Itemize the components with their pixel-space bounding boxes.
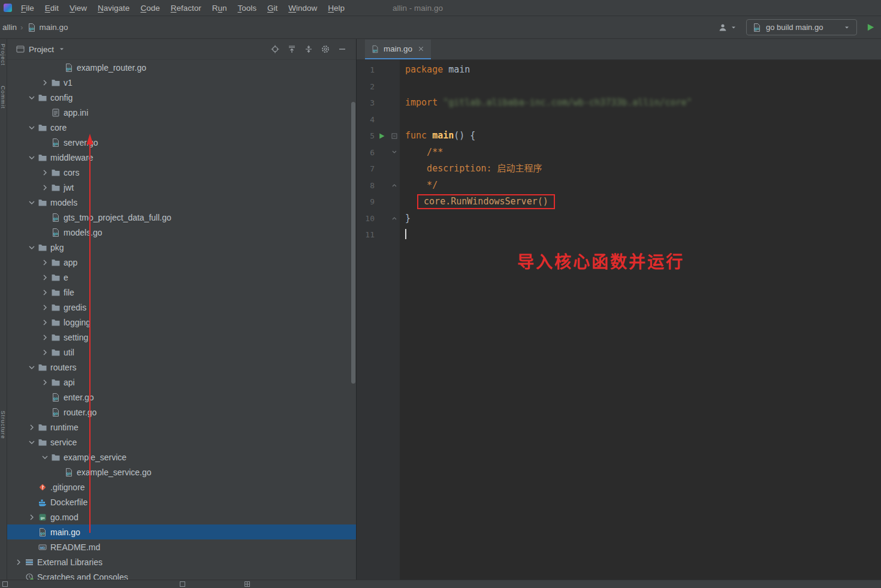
line-number[interactable]: 11 [357, 227, 375, 243]
tree-item[interactable]: gorouter.go [7, 405, 356, 420]
code-line[interactable]: 6 /** [357, 144, 881, 161]
run-button[interactable] [865, 23, 875, 32]
chevron-down-icon[interactable] [26, 362, 37, 373]
editor-body[interactable]: 1package main23import "gitlab.alibaba-in… [357, 60, 881, 580]
tree-item[interactable]: gogts_tmo_project_data_full.go [7, 210, 356, 225]
chevron-right-icon[interactable] [26, 512, 37, 523]
fold-marker-icon[interactable] [389, 182, 400, 188]
line-number[interactable]: 3 [357, 95, 375, 111]
line-number[interactable]: 2 [357, 79, 375, 95]
tree-item[interactable]: Dockerfile [7, 494, 356, 509]
menu-view[interactable]: View [64, 0, 92, 16]
fold-marker-icon[interactable] [389, 215, 400, 221]
chevron-down-icon[interactable] [26, 152, 37, 163]
hide-panel-button[interactable] [336, 43, 349, 56]
line-number[interactable]: 6 [357, 144, 375, 161]
tree-item[interactable]: v1 [7, 75, 356, 90]
tree-item[interactable]: gomodels.go [7, 225, 356, 240]
tree-item[interactable]: app [7, 255, 356, 270]
code-line[interactable]: 2 [357, 79, 881, 95]
code-line[interactable]: 10} [357, 210, 881, 227]
tree-item[interactable]: models [7, 195, 356, 210]
tool-window-button-commit[interactable]: Commit [0, 86, 7, 109]
chevron-right-icon[interactable] [26, 422, 37, 433]
status-grid-icon[interactable] [245, 581, 250, 587]
status-widget-icon[interactable] [2, 581, 8, 587]
run-configuration-select[interactable]: go go build main.go [746, 19, 857, 35]
menu-file[interactable]: File [16, 0, 40, 16]
chevron-right-icon[interactable] [40, 302, 50, 313]
tree-item[interactable]: file [7, 285, 356, 300]
breadcrumb-project[interactable]: allin [2, 23, 17, 32]
tool-window-button-structure[interactable]: Structure [0, 411, 7, 439]
close-icon[interactable] [417, 45, 425, 53]
tree-item[interactable]: middleware [7, 150, 356, 165]
chevron-right-icon[interactable] [13, 557, 24, 568]
code-line[interactable]: 5func main() { [357, 128, 881, 144]
breadcrumb-file[interactable]: go main.go [27, 23, 68, 32]
code-line[interactable]: 9 core.RunWindowsServer() [357, 194, 881, 210]
tree-item[interactable]: service [7, 435, 356, 450]
menu-window[interactable]: Window [283, 0, 322, 16]
menu-edit[interactable]: Edit [40, 0, 64, 16]
fold-marker-icon[interactable] [389, 133, 400, 139]
chevron-right-icon[interactable] [40, 272, 50, 283]
chevron-right-icon[interactable] [40, 377, 50, 388]
chevron-right-icon[interactable] [40, 167, 50, 178]
tree-item[interactable]: api [7, 375, 356, 390]
tree-item[interactable]: jwt [7, 180, 356, 195]
tree-item[interactable]: goexample_service.go [7, 465, 356, 480]
tree-item[interactable]: .gitignore [7, 480, 356, 494]
run-main-icon[interactable] [375, 132, 389, 140]
chevron-down-icon[interactable] [26, 197, 37, 208]
menu-navigate[interactable]: Navigate [92, 0, 135, 16]
tree-item[interactable]: gredis [7, 300, 356, 315]
chevron-down-icon[interactable] [26, 242, 37, 253]
code-line[interactable]: 8 */ [357, 177, 881, 194]
collapse-all-button[interactable] [285, 43, 298, 56]
tree-item[interactable]: core [7, 120, 356, 135]
code-area[interactable]: 1package main23import "gitlab.alibaba-in… [357, 60, 881, 243]
chevron-down-icon[interactable] [40, 452, 50, 463]
tree-item[interactable]: pkg [7, 240, 356, 255]
chevron-right-icon[interactable] [40, 287, 50, 298]
tree-item[interactable]: e [7, 270, 356, 285]
tree-item[interactable]: logging [7, 315, 356, 330]
tree-item[interactable]: util [7, 345, 356, 360]
code-line[interactable]: 4 [357, 111, 881, 128]
menu-refactor[interactable]: Refactor [165, 0, 207, 16]
line-number[interactable]: 9 [357, 194, 375, 210]
tree-item[interactable]: Scratches and Consoles [7, 569, 356, 580]
status-widget-icon[interactable] [180, 581, 185, 587]
line-number[interactable]: 7 [357, 161, 375, 177]
chevron-right-icon[interactable] [40, 317, 50, 328]
tree-item[interactable]: routers [7, 360, 356, 375]
line-number[interactable]: 10 [357, 210, 375, 227]
tree-item[interactable]: cors [7, 165, 356, 180]
tab-main-go[interactable]: go main.go [365, 40, 431, 59]
chevron-right-icon[interactable] [40, 182, 50, 193]
project-panel-title[interactable]: Project [29, 45, 54, 54]
tree-item[interactable]: MDREADME.md [7, 539, 356, 554]
tree-item[interactable]: config [7, 90, 356, 105]
menu-help[interactable]: Help [322, 0, 350, 16]
tree-item[interactable]: example_service [7, 450, 356, 465]
line-number[interactable]: 4 [357, 111, 375, 128]
tree-item[interactable]: goenter.go [7, 390, 356, 405]
tree-item[interactable]: runtime [7, 420, 356, 435]
chevron-down-icon[interactable] [58, 45, 66, 53]
chevron-right-icon[interactable] [40, 347, 50, 358]
menu-tools[interactable]: Tools [232, 0, 262, 16]
chevron-down-icon[interactable] [26, 92, 37, 103]
project-tree[interactable]: goexample_router.gov1configapp.inicorego… [7, 60, 356, 580]
menu-code[interactable]: Code [135, 0, 165, 16]
menu-run[interactable]: Run [207, 0, 233, 16]
tree-item[interactable]: setting [7, 330, 356, 345]
chevron-right-icon[interactable] [40, 257, 50, 268]
chevron-down-icon[interactable] [26, 122, 37, 133]
project-scrollbar[interactable] [351, 102, 355, 384]
line-number[interactable]: 1 [357, 62, 375, 79]
tree-item[interactable]: gogo.mod [7, 509, 356, 524]
chevron-down-icon[interactable] [26, 437, 37, 448]
chevron-right-icon[interactable] [40, 332, 50, 343]
